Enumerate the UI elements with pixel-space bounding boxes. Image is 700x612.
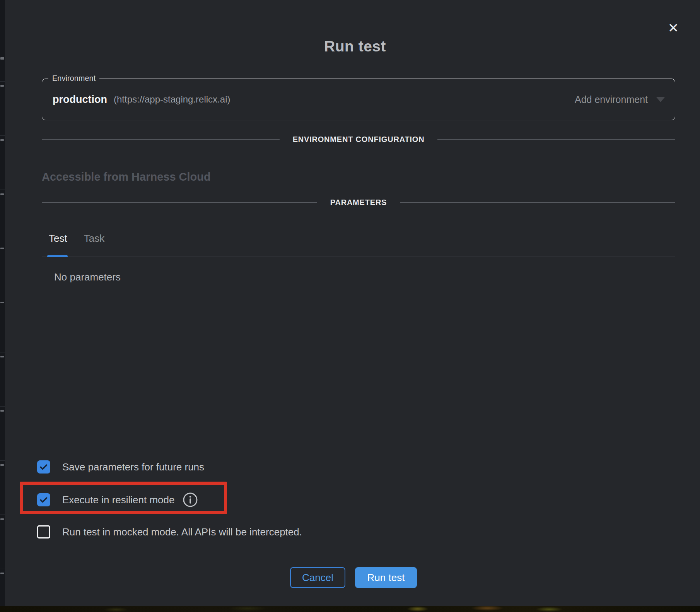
divider-line — [42, 139, 280, 140]
parameters-divider: PARAMETERS — [42, 197, 675, 207]
info-icon[interactable] — [182, 492, 198, 508]
environment-configuration-divider: ENVIRONMENT CONFIGURATION — [42, 134, 675, 144]
parameters-heading: PARAMETERS — [330, 198, 387, 207]
sliver-text-fragment — [0, 193, 4, 195]
sliver-row-divider — [0, 244, 5, 244]
environment-field-label: Environment — [48, 74, 99, 83]
accessibility-note: Accessible from Harness Cloud — [42, 171, 211, 183]
sliver-row-divider — [0, 406, 5, 407]
screen: ✕ Run test production (https://app-stagi… — [0, 0, 700, 612]
parameters-tabbar: Test Task — [42, 227, 675, 256]
environment-name: production — [53, 94, 107, 106]
sliver-text-fragment — [0, 356, 4, 357]
environment-url: (https://app-staging.relicx.ai) — [114, 94, 230, 105]
run-test-button[interactable]: Run test — [355, 567, 417, 588]
modal-title: Run test — [5, 38, 700, 55]
sliver-text-fragment — [0, 573, 4, 574]
sliver-text-fragment — [0, 139, 4, 141]
save-parameters-label: Save parameters for future runs — [62, 461, 204, 473]
cancel-button[interactable]: Cancel — [290, 567, 345, 588]
sliver-row-divider — [0, 515, 5, 515]
run-test-modal: ✕ Run test production (https://app-stagi… — [5, 0, 700, 606]
sliver-text-fragment — [0, 248, 4, 249]
sliver-text-fragment — [0, 518, 4, 520]
background-photo-strip — [0, 606, 700, 612]
resilient-mode-checkbox[interactable] — [37, 493, 50, 506]
check-icon — [39, 495, 49, 505]
sliver-row-divider — [0, 352, 5, 352]
save-parameters-row: Save parameters for future runs — [37, 458, 204, 475]
sliver-row-divider — [0, 298, 5, 298]
sliver-text-fragment — [0, 85, 4, 87]
chevron-down-icon[interactable] — [656, 97, 665, 102]
add-environment-button[interactable]: Add environment — [575, 94, 648, 105]
environment-field: production (https://app-staging.relicx.a… — [42, 79, 675, 120]
close-icon[interactable]: ✕ — [664, 18, 683, 38]
check-icon — [39, 462, 49, 472]
sliver-text-fragment — [0, 57, 4, 60]
mocked-mode-checkbox[interactable] — [37, 525, 50, 538]
sliver-row-divider — [0, 81, 5, 82]
divider-line — [437, 139, 675, 140]
sliver-row-divider — [0, 569, 5, 569]
sliver-row-divider — [0, 135, 5, 136]
sliver-row-divider — [0, 190, 5, 190]
sliver-text-fragment — [0, 410, 4, 412]
sliver-text-fragment — [0, 302, 4, 303]
resilient-mode-row: Execute in resilient mode — [37, 491, 198, 508]
mocked-mode-label: Run test in mocked mode. All APIs will b… — [62, 526, 302, 538]
sliver-row-divider — [0, 460, 5, 461]
divider-line — [42, 202, 317, 203]
tab-test[interactable]: Test — [49, 227, 67, 256]
mocked-mode-row: Run test in mocked mode. All APIs will b… — [37, 523, 302, 540]
resilient-mode-label: Execute in resilient mode — [62, 494, 174, 506]
environment-configuration-heading: ENVIRONMENT CONFIGURATION — [293, 135, 425, 144]
background-app-sliver — [0, 0, 5, 606]
sliver-text-fragment — [0, 464, 4, 466]
divider-line — [400, 202, 675, 203]
no-parameters-text: No parameters — [54, 271, 121, 283]
tab-task[interactable]: Task — [84, 227, 104, 256]
save-parameters-checkbox[interactable] — [37, 460, 50, 474]
